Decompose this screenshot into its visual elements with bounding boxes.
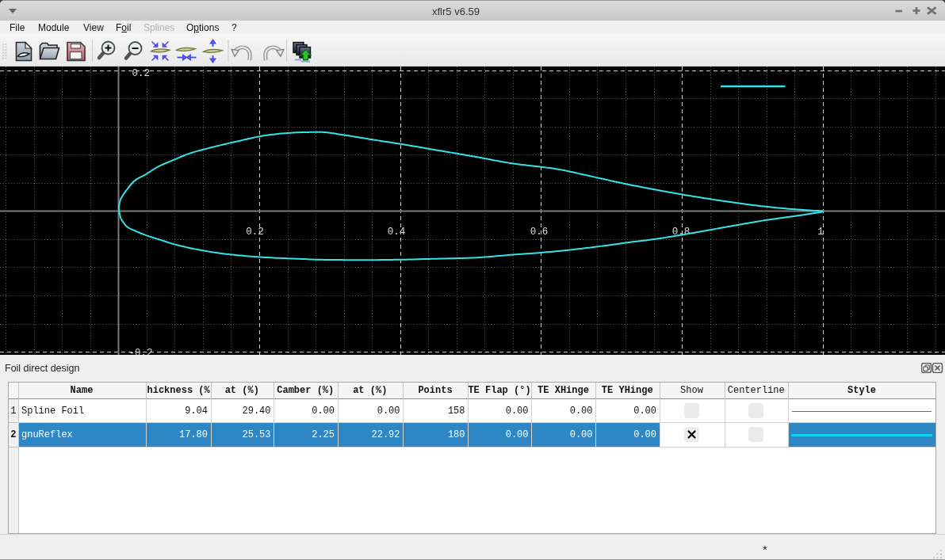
- svg-text:0.2: 0.2: [246, 227, 264, 238]
- svg-text:0.4: 0.4: [388, 227, 406, 238]
- svg-text:0.6: 0.6: [530, 227, 549, 238]
- svg-text:1: 1: [817, 227, 824, 238]
- svg-text:-0.2: -0.2: [129, 348, 153, 355]
- svg-text:0.2: 0.2: [132, 68, 151, 79]
